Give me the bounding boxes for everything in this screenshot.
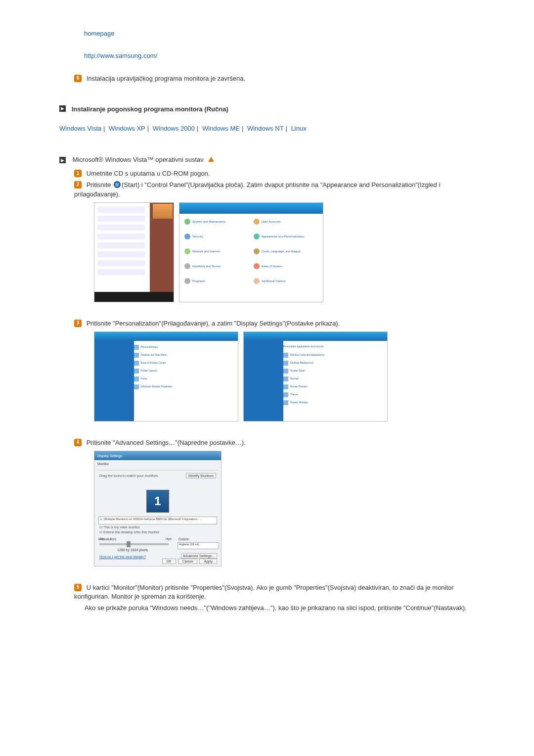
- vista-step-2a: Pritisnite: [87, 181, 113, 189]
- cancel-button[interactable]: Cancel: [178, 559, 198, 564]
- homepage-link[interactable]: homepage: [84, 30, 114, 37]
- step-2-badge: 2: [74, 181, 82, 189]
- slider-low: Low: [98, 537, 104, 540]
- monitor-icon-1: 1: [146, 490, 169, 513]
- step-3-badge: 3: [74, 320, 82, 327]
- step-1-badge: 1: [74, 170, 82, 177]
- colors-label: Colors:: [178, 537, 189, 541]
- os-link-xp[interactable]: Windows XP: [109, 125, 145, 132]
- screenshot-start-menu: [94, 202, 174, 302]
- help-link[interactable]: How do I get the best display?: [99, 555, 146, 559]
- display-drag-text: Drag the icons to match your monitors.: [99, 474, 159, 477]
- step-6-text: Instalacija upravljačkog programa monito…: [87, 75, 246, 82]
- chk-extend-desktop[interactable]: ☑ Extend the desktop onto this monitor: [99, 530, 160, 534]
- resolution-slider[interactable]: Low High: [99, 543, 169, 545]
- monitor-dropdown[interactable]: 1. (Multiple Monitors) on NVIDIA GeForce…: [98, 517, 217, 524]
- slider-high: High: [166, 537, 172, 540]
- step-6-badge: 6: [74, 75, 82, 82]
- vista-step-4: Pritisnite "Advanced Settings…"(Napredne…: [87, 439, 246, 446]
- os-link-linux[interactable]: Linux: [291, 125, 307, 132]
- os-link-me[interactable]: Windows ME: [202, 125, 240, 132]
- ok-button[interactable]: OK: [162, 559, 176, 564]
- step-5-badge: 5: [74, 584, 82, 591]
- subsection-bullet-icon: ▶: [59, 157, 66, 163]
- vista-heading: Microsoft® Windows Vista™ operativni sus…: [73, 156, 204, 163]
- colors-dropdown[interactable]: Highest (32 bit): [178, 542, 219, 549]
- screenshot-appearance: Personalization Taskbar and Start Menu E…: [94, 331, 238, 422]
- vista-step-3: Pritisnite "Personalization"(Prilagođava…: [87, 320, 340, 327]
- identify-monitors-button[interactable]: Identify Monitors: [186, 473, 216, 478]
- screenshot-control-panel: System and Maintenance User Accounts Sec…: [179, 202, 323, 302]
- windows-start-icon: ⊞: [114, 181, 121, 188]
- screenshot-personalization: Personalize appearance and sounds Window…: [243, 331, 388, 422]
- display-tab-monitor: Monitor: [97, 462, 109, 466]
- os-link-2000[interactable]: Windows 2000: [153, 125, 195, 132]
- step-4-badge: 4: [74, 439, 82, 446]
- apply-button[interactable]: Apply: [199, 559, 217, 564]
- display-title: Display Settings: [97, 454, 122, 458]
- slider-handle-icon[interactable]: [127, 541, 131, 547]
- advanced-settings-button[interactable]: Advanced Settings…: [181, 553, 217, 559]
- os-link-nt[interactable]: Windows NT: [247, 125, 284, 132]
- vista-step-5: U kartici "Monitor"(Monitor) pritisnite …: [74, 584, 454, 601]
- vista-step-1: Umetnite CD s uputama u CD-ROM pogon.: [87, 170, 210, 177]
- vista-step-5b: Ako se prikaže poruka "Windows needs…"("…: [85, 604, 467, 612]
- samsung-url-link[interactable]: http://www.samsung.com/: [84, 52, 157, 59]
- screenshot-display-settings: Display Settings Monitor Drag the icons …: [94, 451, 222, 567]
- vista-step-2b: (Start) i "Control Panel"(Upravljačka pl…: [74, 181, 440, 198]
- up-triangle-icon: [208, 157, 214, 162]
- resolution-value: 1280 by 1024 pixels: [117, 548, 148, 552]
- section-manual-heading: Instaliranje pogonskog programa monitora…: [72, 105, 228, 113]
- section-arrow-icon: ▶: [59, 105, 66, 112]
- os-link-vista[interactable]: Windows Vista: [59, 125, 101, 132]
- chk-main-monitor[interactable]: ☑ This is my main monitor: [99, 525, 140, 529]
